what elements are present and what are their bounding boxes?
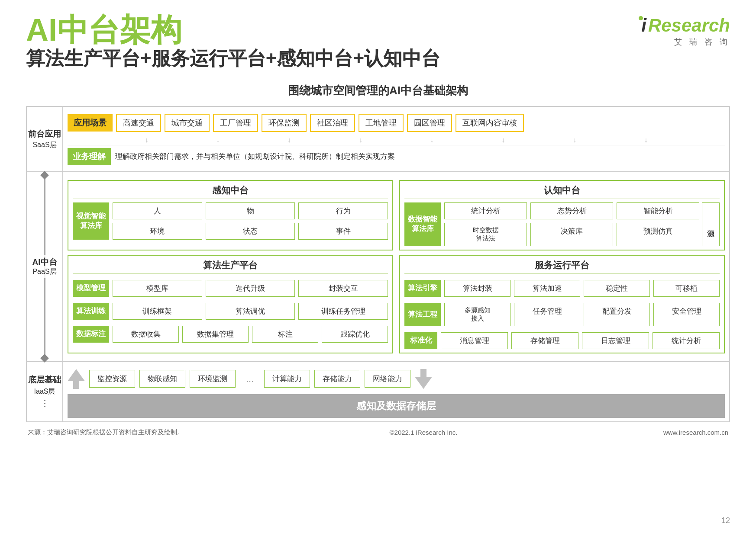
algo-p-item-1: 迭代升级 xyxy=(206,280,295,297)
qiantai-label: 前台应用 xyxy=(28,128,61,140)
iaas-dots: ... xyxy=(240,373,260,385)
algo-p-item-9: 跟踪优化 xyxy=(322,326,388,343)
algo-p-item-2: 封装交互 xyxy=(298,280,388,297)
renzhi-item-2: 智能分析 xyxy=(617,202,699,219)
algo-platform-title: 算法生产平台 xyxy=(73,259,388,274)
service-platform-box: 服务运行平台 算法引擎 算法封装 算法加速 稳定性 可移植 xyxy=(399,255,725,353)
algo-train-row: 算法训练 训练框架 算法调优 训练任务管理 xyxy=(73,303,388,320)
algo-p-item-3: 训练框架 xyxy=(113,303,202,320)
iaas-item-1: 物联感知 xyxy=(139,370,185,388)
side-label-qiantai: 前台应用 SaaS层 xyxy=(27,107,63,171)
svc-p-item-11: 统计分析 xyxy=(653,332,720,349)
iaas-label: IaaS层 xyxy=(34,387,55,396)
paas-section: AI中台 PaaS层 感知中台 视觉智能算法库 人 xyxy=(27,172,729,362)
algo-p-item-4: 算法调优 xyxy=(206,303,295,320)
iaas-top-row: 监控资源 物联感知 环境监测 ... 计算能力 存储能力 网络能力 xyxy=(68,366,725,392)
ganzhi-item-1: 物 xyxy=(206,202,295,219)
ganzhi-title: 感知中台 xyxy=(73,184,388,199)
svc-p-item-0: 算法封装 xyxy=(444,280,510,297)
title-area: AI中台架构 算法生产平台+服务运行平台+感知中台+认知中台 xyxy=(26,13,440,79)
big-down-arrow-right xyxy=(415,369,432,389)
footer-copyright: ©2022.1 iResearch Inc. xyxy=(389,429,457,436)
model-mgmt-label: 模型管理 xyxy=(73,280,109,297)
svc-p-item-10: 日志管理 xyxy=(582,332,649,349)
paas-label: PaaS层 xyxy=(32,267,56,276)
logo-research: Research xyxy=(648,15,730,36)
algo-eng-row: 算法工程 多源感知接入 任务管理 配置分发 安全管理 xyxy=(404,303,720,326)
logo-area: i Research 艾 瑞 咨 询 xyxy=(639,15,730,47)
data-label-label: 数据标注 xyxy=(73,326,109,343)
app-item-7: 互联网内容审核 xyxy=(456,114,524,132)
svc-p-item-9: 存储管理 xyxy=(511,332,578,349)
iaas-item-5: 网络能力 xyxy=(365,370,410,388)
ganzhi-item-5: 事件 xyxy=(298,223,388,240)
iaas-item-2: 环境监测 xyxy=(190,370,236,388)
standard-row: 标准化 消息管理 存储管理 日志管理 统计分析 xyxy=(404,332,720,349)
app-item-3: 环保监测 xyxy=(262,114,307,132)
renzhi-item-5: 预测仿真 xyxy=(617,223,699,246)
data-label-row: 数据标注 数据收集 数据集管理 标注 跟踪优化 xyxy=(73,326,388,343)
renzhi-item-0: 统计分析 xyxy=(444,202,527,219)
algo-p-item-6: 数据收集 xyxy=(113,326,179,343)
biz-text: 理解政府相关部门需求，并与相关单位（如规划设计院、科研院所）制定相关实现方案 xyxy=(115,151,395,161)
saas-label: SaaS层 xyxy=(32,140,56,150)
svc-p-item-1: 算法加速 xyxy=(514,280,580,297)
algo-eng-label: 算法工程 xyxy=(404,303,441,326)
iaas-content: 监控资源 物联感知 环境监测 ... 计算能力 存储能力 网络能力 感知及数据存… xyxy=(63,362,729,421)
renzhi-title: 认知中台 xyxy=(404,184,720,199)
model-mgmt-row: 模型管理 模型库 迭代升级 封装交互 xyxy=(73,280,388,297)
big-up-arrow-left xyxy=(68,369,85,389)
page-number: 12 xyxy=(721,516,730,525)
apps-row: 应用场景 高速交通 城市交通 工厂管理 环保监测 社区治理 工地管理 园区管理 … xyxy=(68,110,725,135)
side-label-paas: AI中台 PaaS层 xyxy=(27,172,63,361)
svc-p-item-5: 任务管理 xyxy=(514,303,580,326)
ganzhi-inner: 视觉智能算法库 人 物 行为 环境 状态 事件 xyxy=(73,202,388,240)
algo-platform-box: 算法生产平台 模型管理 模型库 迭代升级 封装交互 算法训练 xyxy=(68,255,393,353)
subtitle: 算法生产平台+服务运行平台+感知中台+认知中台 xyxy=(26,47,440,70)
iaas-item-3: 计算能力 xyxy=(264,370,310,388)
app-scenario-tag: 应用场景 xyxy=(68,114,113,132)
main-title: AI中台架构 xyxy=(26,13,440,47)
iaas-bottom-bar: 感知及数据存储层 xyxy=(68,394,725,418)
side-label-iaas: 底层基础 IaaS层 ⋮ xyxy=(27,362,63,421)
platform-row: 算法生产平台 模型管理 模型库 迭代升级 封装交互 算法训练 xyxy=(68,255,725,358)
algo-p-item-7: 数据集管理 xyxy=(182,326,249,343)
paas-content: 感知中台 视觉智能算法库 人 物 行为 环境 xyxy=(63,172,729,361)
footer-url: www.iresearch.com.cn xyxy=(663,429,728,436)
iaas-item-4: 存储能力 xyxy=(314,370,360,388)
standard-label: 标准化 xyxy=(404,332,437,349)
algo-train-label: 算法训练 xyxy=(73,303,109,320)
renzhi-item-3: 时空数据算法法 xyxy=(444,223,527,246)
renzhi-item-1: 态势分析 xyxy=(530,202,613,219)
down-arrows: ↓ ↓ ↓ ↓ ↓ ↓ ↓ ↓ xyxy=(68,135,725,145)
main-diagram: 前台应用 SaaS层 应用场景 高速交通 城市交通 工厂管理 环保监测 社区治理… xyxy=(26,106,730,422)
page: AI中台架构 算法生产平台+服务运行平台+感知中台+认知中台 i Researc… xyxy=(0,0,756,533)
app-item-4: 社区治理 xyxy=(310,114,355,132)
logo: i Research xyxy=(639,15,730,36)
app-item-5: 工地管理 xyxy=(359,114,404,132)
diamond-bottom xyxy=(40,354,49,363)
ganzhi-item-0: 人 xyxy=(113,202,202,219)
algo-engine-row: 算法引擎 算法封装 算法加速 稳定性 可移植 xyxy=(404,280,720,297)
svc-p-item-8: 消息管理 xyxy=(441,332,508,349)
algo-p-item-0: 模型库 xyxy=(113,280,202,297)
footer-source: 来源：艾瑞咨询研究院根据公开资料自主研究及绘制。 xyxy=(28,428,184,437)
algo-p-item-5: 训练任务管理 xyxy=(298,303,388,320)
iaas-section: 底层基础 IaaS层 ⋮ 监控资源 物联感知 环境监测 ... 计算能力 存储能… xyxy=(27,362,729,421)
logo-cn: 艾 瑞 咨 询 xyxy=(674,37,730,47)
biz-row: 业务理解 理解政府相关部门需求，并与相关单位（如规划设计院、科研院所）制定相关实… xyxy=(68,145,725,168)
zhongtai-row: 感知中台 视觉智能算法库 人 物 行为 环境 xyxy=(68,176,725,255)
visual-algo-lib: 视觉智能算法库 xyxy=(73,202,109,240)
ganzhi-item-2: 行为 xyxy=(298,202,388,219)
app-item-2: 工厂管理 xyxy=(213,114,258,132)
diceng-label: 底层基础 xyxy=(28,374,61,386)
app-item-6: 园区管理 xyxy=(407,114,452,132)
saas-content: 应用场景 高速交通 城市交通 工厂管理 环保监测 社区治理 工地管理 园区管理 … xyxy=(63,107,729,171)
svc-p-item-7: 安全管理 xyxy=(653,303,720,326)
ganzhi-item-3: 环境 xyxy=(113,223,202,240)
diamond-top xyxy=(40,171,49,180)
renzhi-item-4: 决策库 xyxy=(530,223,613,246)
ganzhi-item-4: 状态 xyxy=(206,223,295,240)
footer: 来源：艾瑞咨询研究院根据公开资料自主研究及绘制。 ©2022.1 iResear… xyxy=(26,428,730,437)
algo-engine-label: 算法引擎 xyxy=(404,280,441,297)
